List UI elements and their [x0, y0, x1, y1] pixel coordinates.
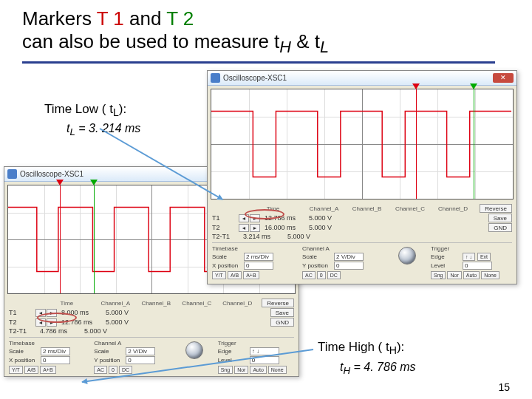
mode-yt-button[interactable]: Y/T [212, 271, 226, 279]
knob[interactable] [185, 341, 203, 359]
cha-ypos-input[interactable]: 0 [126, 356, 155, 364]
trg-none-button[interactable]: None [268, 366, 287, 374]
t2-left-button[interactable]: ◄ [35, 318, 46, 327]
mode-aplusb-button[interactable]: A+B [243, 271, 259, 279]
mode-aplusb-button[interactable]: A+B [40, 366, 55, 374]
cha-ypos-input[interactable]: 0 [334, 262, 364, 270]
dt-label: T2-T1 [212, 233, 237, 240]
col-chb: Channel_B [138, 300, 177, 307]
time-high-label: Time High ( tH): [318, 340, 404, 356]
timebase-scale-input[interactable]: 2 ms/Div [244, 253, 273, 261]
triangle-icon [470, 83, 477, 89]
trg-none-button[interactable]: None [481, 271, 499, 279]
timebase-title: Timebase [9, 340, 85, 347]
close-button[interactable]: ✕ [493, 73, 514, 83]
t2-left-button[interactable]: ◄ [239, 224, 249, 232]
timebase-xpos-input[interactable]: 0 [244, 262, 273, 270]
mode-ab-button[interactable]: A/B [24, 366, 38, 374]
cha-scale-input[interactable]: 2 V/Div [334, 253, 364, 261]
window-title: Oscilloscope-XSC1 [20, 170, 83, 178]
t1-right-button[interactable]: ► [250, 214, 260, 222]
t2-time-value: 12.786 ms [58, 318, 101, 326]
col-cha: Channel_A [307, 205, 348, 212]
t1-right-button[interactable]: ► [47, 309, 57, 317]
gnd-button[interactable]: GND [270, 318, 294, 327]
coupling-0-button[interactable]: 0 [317, 271, 326, 279]
time-low-label: Time Low ( tL): [44, 102, 126, 118]
mode-yt-button[interactable]: Y/T [9, 366, 23, 374]
gnd-button[interactable]: GND [488, 223, 512, 232]
slide-title: Markers T 1 and T 2 can also be used to … [22, 7, 510, 57]
col-chd: Channel_D [435, 205, 477, 212]
marker-t2[interactable] [474, 89, 474, 199]
coupling-dc-button[interactable]: DC [119, 366, 132, 374]
coupling-dc-button[interactable]: DC [327, 271, 341, 279]
cha-title: Channel A [302, 245, 383, 252]
dt-label: T2-T1 [9, 327, 34, 335]
reverse-button[interactable]: Reverse [480, 204, 512, 213]
marker-t2[interactable] [94, 185, 95, 293]
trg-edge-button[interactable]: ↑ ↓ [463, 253, 475, 261]
triangle-icon [56, 180, 64, 185]
trg-ext-button[interactable]: Ext [477, 253, 491, 261]
col-chc: Channel_C [392, 205, 434, 212]
t1-label: T1 [9, 309, 34, 316]
trigger-title: Trigger [218, 340, 294, 347]
window-title: Oscilloscope-XSC1 [223, 74, 287, 82]
coupling-0-button[interactable]: 0 [109, 366, 117, 374]
trg-level-input[interactable]: 0 [463, 262, 492, 270]
triangle-icon [412, 83, 420, 89]
timebase-xpos-input[interactable]: 0 [41, 356, 70, 364]
col-cha: Channel_A [98, 300, 137, 307]
app-icon [7, 169, 17, 179]
app-icon [211, 73, 220, 83]
t1-time-value: 12.786 ms [262, 214, 304, 222]
coupling-ac-button[interactable]: AC [94, 366, 107, 374]
dt-time-value: 4.786 ms [37, 327, 80, 335]
cha-title: Channel A [94, 340, 170, 347]
t1-label: T1 [212, 214, 237, 222]
t2-cha-value: 5.000 V [103, 318, 146, 326]
mode-ab-button[interactable]: A/B [228, 271, 242, 279]
timebase-scale-input[interactable]: 2 ms/Div [41, 347, 70, 355]
oscilloscope-window-front: Oscilloscope-XSC1 ✕ Time Channel_A Chann… [207, 70, 517, 284]
coupling-ac-button[interactable]: AC [302, 271, 316, 279]
trigger-title: Trigger [431, 245, 512, 252]
t2-label: T2 [9, 318, 34, 326]
save-button[interactable]: Save [270, 308, 294, 317]
formula-th: tH = 4. 786 ms [340, 361, 416, 376]
page-number: 15 [498, 381, 510, 393]
t1-left-button[interactable]: ◄ [35, 309, 46, 317]
t1-cha-value: 5.000 V [103, 309, 146, 316]
trg-auto-button[interactable]: Auto [250, 366, 266, 374]
t1-cha-value: 5.000 V [306, 214, 349, 222]
dt-time-value: 3.214 ms [240, 233, 283, 240]
col-chc: Channel_C [179, 300, 218, 307]
timebase-title: Timebase [212, 245, 293, 252]
col-chd: Channel_D [219, 300, 259, 307]
col-time: Time [58, 300, 97, 307]
cha-scale-input[interactable]: 2 V/Div [126, 347, 155, 355]
t2-right-button[interactable]: ► [47, 318, 57, 327]
trg-nor-button[interactable]: Nor [234, 366, 248, 374]
horizontal-rule [22, 61, 495, 64]
trg-sng-button[interactable]: Sng [218, 366, 233, 374]
subtitle: can also be used to measure t [22, 30, 279, 52]
reverse-button[interactable]: Reverse [262, 299, 294, 307]
trg-auto-button[interactable]: Auto [463, 271, 480, 279]
scope-screen[interactable] [211, 89, 514, 200]
t1-time-value: 8.000 ms [58, 309, 101, 316]
t2-label: T2 [212, 224, 237, 231]
waveform [211, 89, 513, 199]
t2-right-button[interactable]: ► [250, 224, 260, 232]
marker-t1[interactable] [416, 89, 417, 199]
knob[interactable] [398, 247, 416, 265]
dt-cha-value: 5.000 V [81, 327, 124, 335]
t1-left-button[interactable]: ◄ [239, 214, 249, 222]
trg-sng-button[interactable]: Sng [431, 271, 446, 279]
t2-cha-value: 5.000 V [306, 224, 349, 231]
save-button[interactable]: Save [488, 214, 512, 222]
triangle-icon [90, 180, 98, 185]
trg-nor-button[interactable]: Nor [447, 271, 461, 279]
marker-t1[interactable] [60, 185, 61, 293]
